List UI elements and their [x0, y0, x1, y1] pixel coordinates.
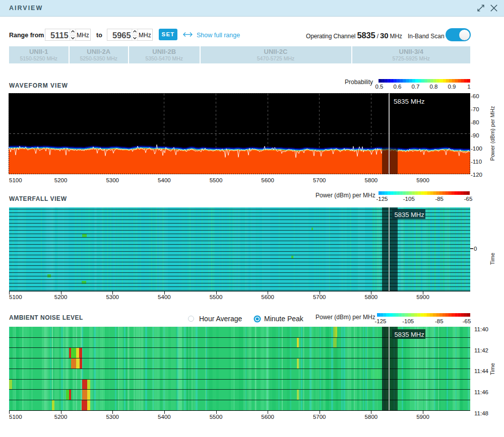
svg-text:5835 MHz: 5835 MHz [395, 331, 424, 338]
svg-text:5835 MHz: 5835 MHz [394, 98, 425, 105]
svg-text:5835 MHz: 5835 MHz [395, 211, 424, 218]
